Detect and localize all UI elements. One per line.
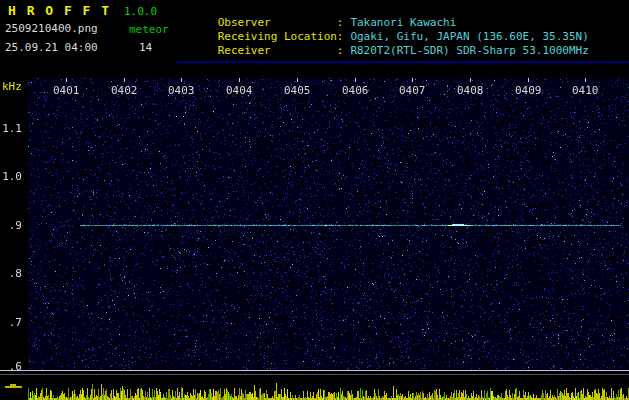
y-tick-0_9: .9 xyxy=(0,219,22,232)
y-tick-1_0: 1.0 xyxy=(0,170,22,183)
y-tick-0_6: .6 xyxy=(0,360,22,373)
y-tick-0_8: .8 xyxy=(0,267,22,280)
x-tick-0403: 0403 xyxy=(168,84,195,97)
x-tick-0402: 0402 xyxy=(111,84,138,97)
app-version: 1.0.0 xyxy=(124,5,157,18)
output-filename: 2509210400.png xyxy=(5,22,98,35)
x-tick-0405: 0405 xyxy=(284,84,311,97)
hrofft-output-window: H R O F F T 1.0.0 2509210400.png meteor … xyxy=(0,0,629,400)
y-axis-unit: kHz xyxy=(2,80,22,93)
y-tick-1_1: 1.1 xyxy=(0,122,22,135)
x-tick-0407: 0407 xyxy=(399,84,426,97)
y-tick-0_7: .7 xyxy=(0,316,22,329)
datetime-label: 25.09.21 04:00 xyxy=(5,41,98,54)
mode-label: meteor xyxy=(129,23,169,36)
x-tick-0404: 0404 xyxy=(226,84,253,97)
spectrogram-canvas xyxy=(0,60,629,400)
meteor-count: 14 xyxy=(139,41,152,54)
x-tick-0401: 0401 xyxy=(53,84,80,97)
x-tick-0408: 0408 xyxy=(457,84,484,97)
x-tick-0406: 0406 xyxy=(342,84,369,97)
x-tick-0410: 0410 xyxy=(572,84,599,97)
app-title: H R O F F T xyxy=(8,3,111,18)
x-tick-0409: 0409 xyxy=(515,84,542,97)
